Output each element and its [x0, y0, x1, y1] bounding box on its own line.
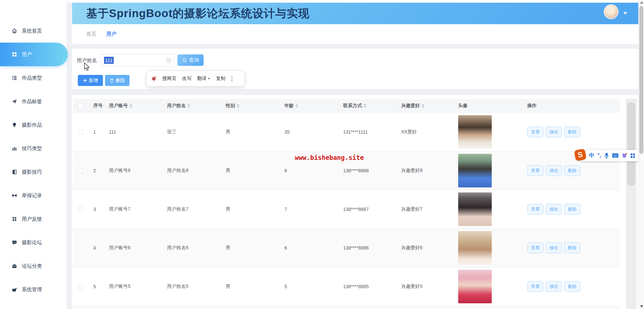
view-button[interactable]: 查看 [527, 281, 543, 292]
column-header-phone[interactable]: 联系方式 [341, 103, 399, 109]
chat-icon [11, 239, 17, 246]
column-header-gender[interactable]: 性别 [223, 103, 282, 109]
keyboard-icon[interactable] [612, 153, 619, 158]
top-white-strip [67, 0, 638, 3]
popup-copy[interactable]: 复制 [216, 76, 225, 82]
table-scrollbar-thumb[interactable] [627, 102, 635, 186]
table-scrollbar-track[interactable] [626, 99, 637, 309]
delete-row-button[interactable]: 删除 [564, 242, 580, 253]
popup-rewrite[interactable]: 改写 [182, 76, 192, 82]
avatar-dropdown-caret-icon[interactable] [623, 12, 627, 14]
sidebar-item-photo-works[interactable]: 摄影作品 [0, 113, 67, 137]
cell-index: 1 [89, 129, 107, 135]
ime-punctuation-mode[interactable]: °, [597, 152, 601, 159]
edit-button[interactable]: 修改 [546, 242, 562, 253]
selection-toolbar-popup: 搜网页 改写 翻译 复制 [147, 71, 245, 86]
sidebar-item-photo-forum[interactable]: 摄影论坛 [0, 231, 67, 254]
sidebar-item-user-feedback[interactable]: 用户反馈 [0, 207, 67, 231]
column-header-name[interactable]: 用户姓名 [165, 103, 223, 109]
scroll-down-arrow-icon[interactable] [640, 305, 643, 308]
toolbox-grid-icon[interactable] [630, 153, 635, 158]
microphone-icon[interactable] [604, 153, 609, 159]
sidebar-item-system-management[interactable]: 系统管理 [0, 278, 67, 301]
page-scrollbar[interactable] [638, 0, 644, 309]
cell-name: 张三 [165, 129, 223, 135]
user-avatar [458, 270, 492, 303]
column-header-age[interactable]: 年龄 [282, 103, 341, 109]
row-checkbox[interactable] [78, 284, 83, 289]
row-checkbox[interactable] [78, 168, 83, 173]
more-dots-icon[interactable] [231, 76, 233, 82]
cell-phone: 131****1111 [341, 129, 399, 135]
sidebar-item-label: 举报记录 [22, 192, 42, 199]
sidebar-item-skill-types[interactable]: 技巧类型 [0, 137, 67, 160]
edit-button[interactable]: 修改 [546, 165, 562, 176]
table-row: 5 用户账号5 用户姓名5 男 5 138****8885 兴趣爱好5 查看 修… [73, 267, 620, 306]
sort-icon[interactable] [422, 104, 424, 108]
delete-row-button[interactable]: 删除 [564, 165, 580, 176]
sidebar-item-home[interactable]: 系统首页 [0, 19, 67, 43]
column-header-account[interactable]: 用户账号 [107, 103, 165, 109]
user-table-panel: 序号 用户账号 用户姓名 性别 年龄 联系方式 兴趣爱好 头像 操作 1 111… [72, 95, 638, 309]
delete-button[interactable]: 删除 [105, 75, 129, 86]
sidebar-item-work-types[interactable]: 作品类型 [0, 66, 67, 90]
scroll-up-arrow-icon[interactable] [640, 1, 643, 4]
tab-home[interactable]: 首页 [86, 31, 96, 37]
tab-users[interactable]: 用户 [106, 31, 116, 37]
sort-icon[interactable] [129, 104, 132, 108]
ime-language-mode[interactable]: 中 [589, 152, 594, 159]
clear-input-icon[interactable] [166, 58, 171, 63]
popup-translate[interactable]: 翻译 [197, 76, 210, 82]
user-table: 序号 用户账号 用户姓名 性别 年龄 联系方式 兴趣爱好 头像 操作 1 111… [73, 99, 620, 309]
film-icon [11, 192, 17, 198]
header-user-avatar[interactable] [604, 4, 619, 19]
sidebar-item-users[interactable]: 用户 [0, 43, 68, 66]
row-checkbox[interactable] [78, 130, 83, 135]
sort-icon[interactable] [296, 104, 298, 108]
book-icon [11, 169, 17, 175]
view-button[interactable]: 查看 [527, 127, 543, 137]
select-all-checkbox[interactable] [78, 103, 83, 108]
sidebar-item-report-records[interactable]: 举报记录 [0, 184, 67, 207]
cell-phone: 138****8887 [341, 207, 399, 212]
briefcase-icon [11, 263, 17, 269]
table-row: 4 用户账号6 用户姓名6 男 6 138****8886 兴趣爱好6 查看 修… [73, 229, 620, 267]
cell-gender: 男 [223, 129, 282, 135]
bar-chart-icon [11, 145, 17, 151]
delete-row-button[interactable]: 删除 [564, 281, 580, 292]
mouse-cursor [84, 62, 91, 71]
sidebar-item-work-tags[interactable]: 作品标签 [0, 90, 67, 113]
sidebar-item-photo-skills[interactable]: 摄影技巧 [0, 160, 67, 184]
delete-row-button[interactable]: 删除 [564, 204, 580, 215]
sogou-logo-icon[interactable]: S [574, 148, 586, 161]
query-button[interactable]: 查询 [177, 54, 204, 66]
column-header-hobby[interactable]: 兴趣爱好 [399, 103, 456, 109]
view-button[interactable]: 查看 [527, 204, 543, 215]
view-button[interactable]: 查看 [527, 242, 543, 253]
row-checkbox[interactable] [78, 246, 83, 251]
add-button[interactable]: 新增 [78, 75, 103, 86]
row-checkbox[interactable] [78, 207, 83, 212]
popup-search-web[interactable]: 搜网页 [162, 76, 176, 82]
delete-row-button[interactable]: 删除 [564, 127, 580, 137]
cell-index: 2 [89, 168, 107, 173]
sort-icon[interactable] [364, 104, 366, 108]
view-button[interactable]: 查看 [527, 165, 543, 176]
sidebar-item-label: 摄影论坛 [22, 239, 42, 246]
ime-toolbar: S 中 °, [580, 150, 644, 161]
skin-icon[interactable] [622, 153, 627, 158]
edit-button[interactable]: 修改 [546, 127, 562, 137]
scrollbar-thumb[interactable] [639, 6, 643, 154]
edit-button[interactable]: 修改 [546, 281, 562, 292]
sidebar-item-forum-categories[interactable]: 论坛分类 [0, 254, 67, 278]
cell-index: 3 [89, 207, 107, 212]
edit-button[interactable]: 修改 [546, 204, 562, 215]
sidebar-item-label: 系统首页 [22, 28, 42, 34]
username-search-input[interactable]: 111 [100, 54, 174, 67]
breadcrumb-tabs: 首页 用户 [72, 24, 638, 44]
search-input-value: 111 [104, 57, 114, 64]
cell-account: 用户账号6 [107, 245, 165, 251]
sort-icon[interactable] [187, 104, 190, 108]
sidebar-item-label: 作品标签 [22, 98, 42, 105]
sort-icon[interactable] [237, 104, 239, 108]
